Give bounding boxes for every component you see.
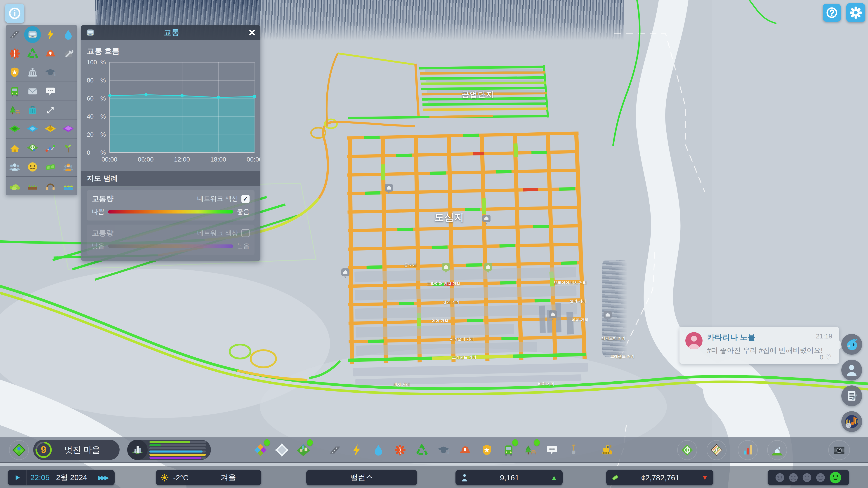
network-color-checkbox[interactable] <box>241 229 250 237</box>
infoview-trend[interactable] <box>41 139 59 158</box>
infoview-garbage[interactable] <box>24 44 41 63</box>
legend-row-traffic-flow: 교통량 네트워크 색상 ✓ 나쁨 좋음 <box>87 190 254 221</box>
transportation-tool-button[interactable] <box>499 440 519 460</box>
infoview-landuse-industrial[interactable] <box>41 120 59 138</box>
infoview-tourism[interactable] <box>24 101 41 120</box>
roads-tool-button[interactable] <box>325 440 345 460</box>
journal-button[interactable] <box>841 385 862 406</box>
education-tool-button[interactable] <box>434 440 454 460</box>
progression-button[interactable] <box>767 440 787 460</box>
infoview-roads[interactable] <box>6 25 24 44</box>
infoview-police[interactable] <box>6 63 24 82</box>
budget-pill[interactable]: 밸런스 <box>306 470 417 485</box>
infoview-land-value[interactable] <box>6 139 24 158</box>
chirper-button[interactable] <box>841 334 862 355</box>
economy-icon <box>680 443 694 457</box>
radio-icon <box>842 412 861 431</box>
garbage-tool-button[interactable] <box>412 440 432 460</box>
education-icon <box>436 443 451 457</box>
city-level: 9 <box>37 443 50 456</box>
infoview-parks[interactable] <box>6 101 24 120</box>
info-icon <box>8 6 22 20</box>
house-marker-icon[interactable] <box>603 311 612 321</box>
landscaping-tool-button[interactable] <box>564 440 584 460</box>
infoview-happiness[interactable] <box>24 158 41 176</box>
police-icon <box>480 444 493 457</box>
map-tiles-button[interactable] <box>9 440 29 460</box>
infoview-transportation[interactable] <box>6 82 24 101</box>
communications-tool-button[interactable] <box>542 440 562 460</box>
infoview-ground-pollution[interactable] <box>6 177 24 195</box>
water-tool-button[interactable] <box>368 440 388 460</box>
legend-max-label: 높음 <box>237 242 250 250</box>
house-marker-icon[interactable] <box>384 184 393 194</box>
network-color-checkbox[interactable]: ✓ <box>241 195 250 203</box>
infoview-landuse-residential[interactable] <box>6 120 24 138</box>
infoview-workers[interactable] <box>59 158 77 176</box>
speed-control[interactable]: ▶▶▶ <box>91 474 115 481</box>
infoview-administration[interactable] <box>24 63 41 82</box>
infoview-electricity[interactable] <box>41 25 59 44</box>
infoview-landuse-office[interactable] <box>59 120 77 138</box>
settings-button[interactable] <box>846 3 865 22</box>
infoview-soil-pollution[interactable] <box>24 177 41 195</box>
photo-mode-button[interactable] <box>828 440 850 460</box>
chirp-author[interactable]: 카타리나 노블 <box>707 332 755 343</box>
population-pill[interactable]: 9,161 ▲ <box>456 470 563 485</box>
house-marker-green-icon[interactable] <box>484 263 493 273</box>
infoview-population[interactable] <box>6 158 24 176</box>
play-button[interactable] <box>8 474 26 482</box>
infoviews-button[interactable] <box>5 4 24 23</box>
close-icon[interactable] <box>248 28 256 37</box>
infoview-healthcare[interactable] <box>6 44 24 63</box>
citizens-icon <box>845 363 859 377</box>
citizens-button[interactable] <box>841 360 862 381</box>
chirper-message[interactable]: 카타리나 노블 21:19 #더 좋아진 우리 #집에 반해버렸어요! 0 ♡ <box>680 327 839 364</box>
healthcare-tool-button[interactable] <box>390 440 410 460</box>
infoview-economy-map[interactable] <box>24 139 41 158</box>
money-pill[interactable]: ¢2,782,761 ▼ <box>606 470 713 485</box>
city-info-pill[interactable]: 9 멋진 마을 <box>33 440 120 460</box>
services-tool-button[interactable] <box>293 440 313 460</box>
demand-widget[interactable] <box>127 440 211 460</box>
mail-icon <box>26 85 39 98</box>
fire-tool-button[interactable] <box>455 440 475 460</box>
districts-tool-button[interactable] <box>272 440 292 460</box>
bulldoze-button[interactable] <box>597 440 617 460</box>
y-tick-label: 40% <box>87 113 106 120</box>
infoview-greenery[interactable] <box>59 139 77 158</box>
panel-header[interactable]: 교통 <box>81 25 260 40</box>
network-color-label: 네트워크 색상 <box>197 229 238 238</box>
infoview-routes[interactable] <box>41 101 59 120</box>
infoview-maintenance[interactable] <box>59 44 77 63</box>
infoview-wealth[interactable] <box>41 158 59 176</box>
house-marker-green-icon[interactable] <box>441 263 451 273</box>
zoning-tool-button[interactable] <box>250 440 270 460</box>
parks-tool-button[interactable] <box>520 440 540 460</box>
infoview-mail[interactable] <box>24 82 41 101</box>
chirp-like-count[interactable]: 0 ♡ <box>819 353 831 361</box>
help-button[interactable] <box>823 4 841 22</box>
house-marker-icon[interactable] <box>482 214 491 225</box>
street-label: 비치 거리 <box>538 381 555 387</box>
infoview-education[interactable] <box>41 63 59 82</box>
infoview-fire[interactable] <box>41 44 59 63</box>
house-marker-icon[interactable] <box>341 268 350 278</box>
infoview-noise-pollution[interactable] <box>41 177 59 195</box>
infoview-traffic-selected[interactable] <box>24 25 41 44</box>
house-marker-icon[interactable] <box>548 310 557 320</box>
statistics-icon <box>741 443 755 457</box>
season: 겨울 <box>195 473 261 483</box>
infoview-water[interactable] <box>59 25 77 44</box>
settings-icon <box>848 5 863 20</box>
infoview-communications[interactable] <box>41 82 59 101</box>
police-tool-button[interactable] <box>477 440 497 460</box>
radio-button[interactable] <box>841 411 862 432</box>
city-information-button[interactable] <box>707 440 726 460</box>
happiness-pill[interactable] <box>768 470 849 485</box>
economy-button[interactable] <box>677 440 697 460</box>
infoview-water-pollution[interactable] <box>59 177 77 195</box>
electricity-tool-button[interactable] <box>347 440 367 460</box>
statistics-button[interactable] <box>738 440 758 460</box>
infoview-landuse-commercial[interactable] <box>24 120 41 138</box>
